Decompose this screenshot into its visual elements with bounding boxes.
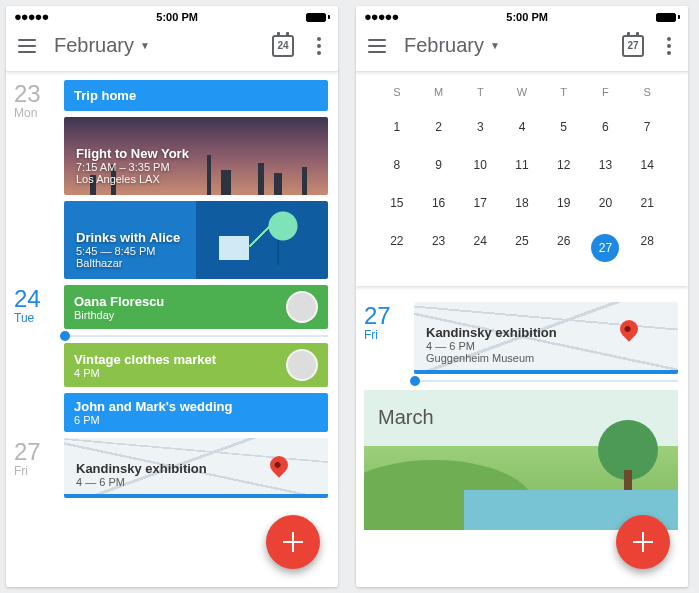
date-label: 23Mon	[14, 80, 54, 279]
calendar-day[interactable]: 17	[459, 184, 501, 222]
month-picker[interactable]: February ▼	[54, 34, 254, 57]
phone-month: ●●●●● 5:00 PM February ▼ 27 SMTWTFS12345…	[356, 6, 688, 587]
weekday-label: W	[501, 80, 543, 108]
event-title: John and Mark's wedding	[74, 399, 318, 414]
event-title: Oana Florescu	[74, 294, 164, 309]
status-bar: ●●●●● 5:00 PM	[356, 6, 688, 24]
day-row: 24TueOana FlorescuBirthday	[14, 285, 328, 329]
agenda-scroll[interactable]: 23MonTrip homeFlight to New York7:15 AM …	[6, 72, 338, 587]
calendar-day[interactable]: 18	[501, 184, 543, 222]
hamburger-icon[interactable]	[18, 39, 36, 53]
status-time: 5:00 PM	[156, 11, 198, 23]
calendar-day[interactable]: 3	[459, 108, 501, 146]
avatar	[286, 349, 318, 381]
today-button[interactable]: 27	[622, 35, 644, 57]
calendar-day[interactable]: 25	[501, 222, 543, 274]
calendar-day[interactable]: 15	[376, 184, 418, 222]
signal-dots-icon: ●●●●●	[364, 13, 398, 21]
calendar-day[interactable]: 24	[459, 222, 501, 274]
month-grid[interactable]: SMTWTFS123456789101112131415161718192021…	[356, 72, 688, 286]
today-button[interactable]: 24	[272, 35, 294, 57]
event-chip[interactable]: John and Mark's wedding6 PM	[64, 393, 328, 432]
event-card-image[interactable]: Flight to New York7:15 AM – 3:35 PMLos A…	[64, 117, 328, 195]
calendar-day[interactable]: 2	[418, 108, 460, 146]
calendar-day[interactable]: 20	[585, 184, 627, 222]
weekday-label: F	[585, 80, 627, 108]
month-hero: March	[364, 390, 678, 530]
event-place: Balthazar	[76, 257, 316, 269]
calendar-day[interactable]: 8	[376, 146, 418, 184]
event-time: 4 — 6 PM	[76, 476, 316, 488]
event-title: Trip home	[74, 88, 136, 103]
weekday-label: M	[418, 80, 460, 108]
calendar-day[interactable]: 19	[543, 184, 585, 222]
calendar-day[interactable]: 14	[626, 146, 668, 184]
event-time: 6 PM	[74, 414, 318, 426]
calendar-day[interactable]: 6	[585, 108, 627, 146]
calendar-day[interactable]: 21	[626, 184, 668, 222]
overflow-menu-icon[interactable]	[312, 37, 326, 55]
app-bar: February ▼ 27	[356, 24, 688, 72]
event-place: Los Angeles LAX	[76, 173, 316, 185]
signal-dots-icon: ●●●●●	[14, 13, 48, 21]
event-card-image[interactable]: Drinks with Alice5:45 — 8:45 PMBalthazar	[64, 201, 328, 279]
status-time: 5:00 PM	[506, 11, 548, 23]
calendar-day[interactable]: 1	[376, 108, 418, 146]
event-title: Kandinsky exhibition	[76, 461, 316, 476]
create-event-fab[interactable]	[266, 515, 320, 569]
calendar-day[interactable]: 27	[585, 222, 627, 274]
calendar-day[interactable]: 4	[501, 108, 543, 146]
calendar-day[interactable]: 26	[543, 222, 585, 274]
day-row: 27 Fri Kandinsky exhibition 4 — 6 PM Gug…	[364, 302, 678, 374]
event-time: 5:45 — 8:45 PM	[76, 245, 316, 257]
phone-agenda: ●●●●● 5:00 PM February ▼ 24 23MonTrip ho…	[6, 6, 338, 587]
event-chip[interactable]: Trip home	[64, 80, 328, 111]
event-sub: Birthday	[74, 309, 164, 321]
date-label: 27Fri	[14, 438, 54, 498]
month-title: February	[54, 34, 134, 57]
overflow-menu-icon[interactable]	[662, 37, 676, 55]
chevron-down-icon: ▼	[490, 40, 500, 51]
calendar-day[interactable]: 22	[376, 222, 418, 274]
next-month-label: March	[378, 406, 434, 429]
event-sub: 4 PM	[74, 367, 216, 379]
calendar-day[interactable]: 13	[585, 146, 627, 184]
calendar-day[interactable]: 9	[418, 146, 460, 184]
event-chip[interactable]: Oana FlorescuBirthday	[64, 285, 328, 329]
calendar-day[interactable]: 23	[418, 222, 460, 274]
month-title: February	[404, 34, 484, 57]
calendar-day[interactable]: 7	[626, 108, 668, 146]
avatar	[286, 291, 318, 323]
calendar-day[interactable]: 16	[418, 184, 460, 222]
app-bar: February ▼ 24	[6, 24, 338, 72]
weekday-label: T	[459, 80, 501, 108]
battery-icon	[306, 13, 330, 22]
calendar-day[interactable]: 11	[501, 146, 543, 184]
event-title: Kandinsky exhibition	[426, 325, 666, 340]
calendar-day[interactable]: 10	[459, 146, 501, 184]
now-indicator	[14, 335, 328, 337]
day-row: Vintage clothes market4 PMJohn and Mark'…	[14, 343, 328, 432]
event-title: Vintage clothes market	[74, 352, 216, 367]
month-picker[interactable]: February ▼	[404, 34, 604, 57]
status-bar: ●●●●● 5:00 PM	[6, 6, 338, 24]
day-row: 23MonTrip homeFlight to New York7:15 AM …	[14, 80, 328, 279]
event-title: Drinks with Alice	[76, 230, 316, 245]
event-card-map[interactable]: Kandinsky exhibition 4 — 6 PM Guggenheim…	[414, 302, 678, 374]
event-chip[interactable]: Vintage clothes market4 PM	[64, 343, 328, 387]
event-place: Guggenheim Museum	[426, 352, 666, 364]
event-title: Flight to New York	[76, 146, 316, 161]
event-card-map[interactable]: Kandinsky exhibition4 — 6 PM	[64, 438, 328, 498]
calendar-day[interactable]: 5	[543, 108, 585, 146]
weekday-label: S	[376, 80, 418, 108]
weekday-label: T	[543, 80, 585, 108]
now-indicator	[364, 380, 678, 382]
event-time: 4 — 6 PM	[426, 340, 666, 352]
create-event-fab[interactable]	[616, 515, 670, 569]
date-label: 27 Fri	[364, 302, 404, 374]
chevron-down-icon: ▼	[140, 40, 150, 51]
day-row: 27FriKandinsky exhibition4 — 6 PM	[14, 438, 328, 498]
hamburger-icon[interactable]	[368, 39, 386, 53]
calendar-day[interactable]: 28	[626, 222, 668, 274]
calendar-day[interactable]: 12	[543, 146, 585, 184]
